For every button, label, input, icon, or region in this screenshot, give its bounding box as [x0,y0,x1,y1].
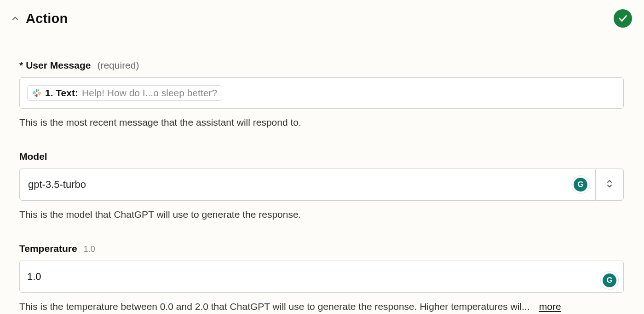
temperature-default-hint: 1.0 [84,244,95,254]
helper-text: This is the most recent message that the… [19,117,301,128]
pill-prefix: 1. Text: [45,87,78,99]
helper-text: This is the temperature between 0.0 and … [19,301,530,312]
field-label-user-message: *User Message [19,60,91,71]
status-check-icon [614,9,632,28]
svg-rect-3 [33,93,36,94]
field-label-row: Model [19,151,624,162]
action-panel: Action *User Message (required) [0,0,644,312]
model-value-text: gpt-3.5-turbo [28,179,86,191]
chevron-up-icon [10,13,20,23]
more-link[interactable]: more [539,301,561,312]
panel-header-left[interactable]: Action [10,11,68,26]
user-message-input[interactable]: 1. Text: Help! How do I...o sleep better… [19,77,624,109]
chevron-up-down-icon [606,179,613,191]
temperature-input[interactable]: 1.0 G [19,261,624,293]
field-label-row: *User Message (required) [19,60,624,71]
model-select-value[interactable]: gpt-3.5-turbo G [19,169,595,201]
field-label-temperature: Temperature [19,243,77,254]
model-select-toggle[interactable] [595,169,624,201]
helper-text: This is the model that ChatGPT will use … [19,209,301,220]
required-text: (required) [97,60,139,71]
field-label-model: Model [19,151,47,162]
field-label-row: Temperature 1.0 [19,243,624,254]
svg-rect-2 [36,94,38,97]
model-helper: This is the model that ChatGPT will use … [19,209,624,220]
panel-header: Action [10,9,634,28]
grammarly-icon[interactable]: G [571,175,590,194]
field-temperature: Temperature 1.0 1.0 G This is the temper… [19,243,624,312]
slack-icon [32,88,41,98]
svg-point-5 [39,94,40,95]
pill-value: Help! How do I...o sleep better? [82,87,217,99]
svg-point-4 [38,90,39,91]
form-area: *User Message (required) [10,60,634,312]
svg-point-7 [34,91,35,92]
mapped-value-pill[interactable]: 1. Text: Help! How do I...o sleep better… [27,85,222,101]
svg-rect-1 [38,93,41,94]
panel-title: Action [26,11,68,26]
field-model: Model gpt-3.5-turbo G [19,151,624,220]
svg-rect-0 [36,89,38,92]
svg-point-6 [34,95,36,97]
grammarly-icon[interactable]: G [600,271,619,290]
field-user-message: *User Message (required) [19,60,624,128]
user-message-helper: This is the most recent message that the… [19,117,624,128]
required-asterisk: * [19,60,23,70]
temperature-value-text: 1.0 [27,271,41,283]
temperature-helper: This is the temperature between 0.0 and … [19,301,624,312]
model-select: gpt-3.5-turbo G [19,169,624,201]
